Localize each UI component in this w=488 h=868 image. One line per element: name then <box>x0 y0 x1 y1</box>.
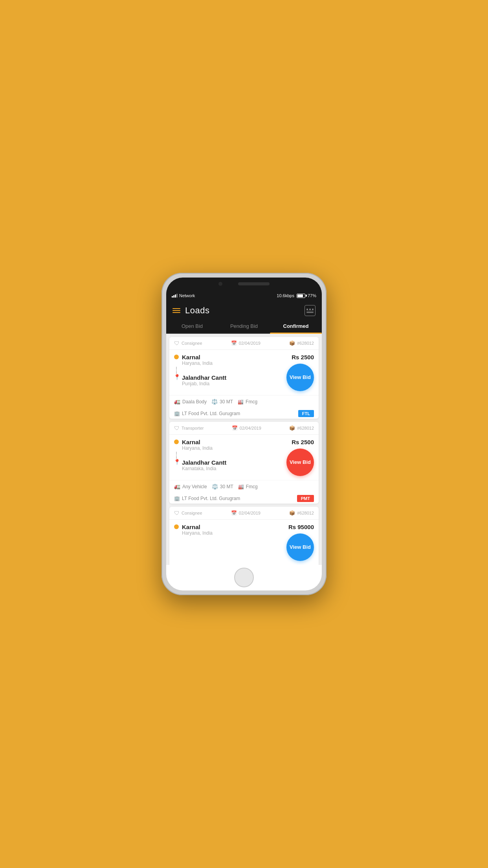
card-2-price-bid: Rs 2500 View Bid <box>286 439 314 476</box>
calendar-button[interactable] <box>305 305 316 316</box>
category-icon: 🏭 <box>238 399 244 405</box>
tab-pending-bid[interactable]: Pending Bid <box>218 319 270 333</box>
category-icon-2: 🏭 <box>238 484 244 489</box>
card-1-footer: 🚛 Daala Body ⚖️ 30 MT 🏭 Fmcg <box>169 395 319 408</box>
app-header: Loads <box>166 301 322 319</box>
vehicle-info-1: 🚛 Daala Body <box>174 399 207 405</box>
origin-info-3: Karnal Haryana, India <box>182 524 213 536</box>
weight-info-2: ⚖️ 30 MT <box>212 484 233 489</box>
view-bid-button-2[interactable]: View Bid <box>286 449 314 476</box>
card-3-header: 🛡 Consignee 📅 02/04/2019 📦 #628012 <box>169 507 319 520</box>
dest-pin-2 <box>174 460 179 465</box>
weight-icon-2: ⚖️ <box>212 484 218 489</box>
calendar-icon-2: 📅 <box>232 425 238 431</box>
content-area: 🛡 Consignee 📅 02/04/2019 📦 #628012 <box>166 334 322 565</box>
status-right: 10.6kbps 77% <box>277 293 316 298</box>
card-2-route: Karnal Haryana, India Jalandhar Cantt <box>174 439 314 476</box>
card-2-header: 🛡 Transporter 📅 02/04/2019 📦 #628012 <box>169 422 319 435</box>
card-2-body: Karnal Haryana, India Jalandhar Cantt <box>169 435 319 480</box>
shield-icon-2: 🛡 <box>174 425 180 431</box>
route-line <box>176 367 177 374</box>
company-icon-2: 🏢 <box>174 496 180 501</box>
load-card-1: 🛡 Consignee 📅 02/04/2019 📦 #628012 <box>169 337 319 419</box>
signal-icon <box>172 294 178 298</box>
vehicle-info-2: 🚛 Any Vehicle <box>174 484 207 489</box>
card-3-route: Karnal Haryana, India Rs 95000 View Bid <box>174 524 314 561</box>
weight-info-1: ⚖️ 30 MT <box>211 399 233 405</box>
tab-open-bid[interactable]: Open Bid <box>166 319 218 333</box>
card-3-order: 📦 #628012 <box>289 510 314 516</box>
hamburger-line-3 <box>172 312 180 313</box>
to-point: Jalandhar Cantt Punjab, India <box>174 374 286 386</box>
card-3-price-bid: Rs 95000 View Bid <box>286 524 314 561</box>
app-title: Loads <box>185 305 209 316</box>
card-1-body: Karnal Haryana, India Jalandhar Cantt <box>169 350 319 395</box>
status-bar: Network 10.6kbps 77% <box>166 290 322 301</box>
card-1-role: 🛡 Consignee <box>174 340 202 346</box>
tab-bar: Open Bid Pending Bid Confirmed <box>166 319 322 334</box>
company-1: 🏢 LT Food Pvt. Ltd. Gurugram <box>174 411 240 416</box>
card-1-route-left: Karnal Haryana, India Jalandhar Cantt <box>174 354 286 387</box>
screen: Network 10.6kbps 77% <box>166 290 322 565</box>
card-2-route-left: Karnal Haryana, India Jalandhar Cantt <box>174 439 286 472</box>
dest-pin <box>174 375 179 380</box>
card-1-header: 🛡 Consignee 📅 02/04/2019 📦 #628012 <box>169 337 319 350</box>
card-2-company-row: 🏢 LT Food Pvt. Ltd. Gurugram PMT <box>169 493 319 504</box>
company-2: 🏢 LT Food Pvt. Ltd. Gurugram <box>174 496 240 501</box>
cal-lines <box>306 311 314 313</box>
box-icon: 📦 <box>289 340 295 346</box>
card-1-order: 📦 #628012 <box>289 340 314 346</box>
weight-icon: ⚖️ <box>211 399 218 405</box>
phone-notch <box>166 278 322 290</box>
speaker <box>238 282 270 285</box>
dest-info-2: Jalandhar Cantt Karnataka, India <box>182 459 226 471</box>
speed-label: 10.6kbps <box>277 293 294 298</box>
truck-icon-2: 🚛 <box>174 484 180 489</box>
home-button[interactable] <box>234 568 254 587</box>
hamburger-line-2 <box>172 310 180 311</box>
card-1-price-bid: Rs 2500 View Bid <box>286 354 314 391</box>
card-2-role: 🛡 Transporter <box>174 425 204 431</box>
header-left: Loads <box>172 305 209 316</box>
origin-dot-3 <box>174 524 179 529</box>
card-3-date: 📅 02/04/2019 <box>231 510 261 516</box>
status-left: Network <box>172 293 195 298</box>
card-1-route: Karnal Haryana, India Jalandhar Cantt <box>174 354 314 391</box>
battery-icon <box>297 294 305 298</box>
battery-fill <box>297 294 303 297</box>
box-icon-2: 📦 <box>289 425 295 431</box>
hamburger-line-1 <box>172 308 180 309</box>
from-point-3: Karnal Haryana, India <box>174 524 286 536</box>
origin-dot-2 <box>174 440 179 444</box>
dest-info: Jalandhar Cantt Punjab, India <box>182 374 226 386</box>
origin-info: Karnal Haryana, India <box>182 354 213 366</box>
shield-icon-3: 🛡 <box>174 510 180 516</box>
badge-2: PMT <box>297 495 314 502</box>
category-info-2: 🏭 Fmcg <box>238 484 258 489</box>
view-bid-button-1[interactable]: View Bid <box>286 364 314 391</box>
card-1-date: 📅 02/04/2019 <box>231 340 261 346</box>
badge-1: FTL <box>298 410 314 417</box>
from-point: Karnal Haryana, India <box>174 354 286 366</box>
hamburger-button[interactable] <box>172 308 180 313</box>
shield-icon: 🛡 <box>174 340 180 346</box>
category-info-1: 🏭 Fmcg <box>238 399 257 405</box>
box-icon-3: 📦 <box>289 510 295 516</box>
tab-confirmed[interactable]: Confirmed <box>270 319 322 333</box>
phone-inner: Network 10.6kbps 77% <box>166 278 322 590</box>
load-card-3: 🛡 Consignee 📅 02/04/2019 📦 #628012 <box>169 507 319 565</box>
view-bid-button-3[interactable]: View Bid <box>286 533 314 561</box>
phone-frame: Network 10.6kbps 77% <box>161 273 327 595</box>
card-3-body: Karnal Haryana, India Rs 95000 View Bid <box>169 520 319 565</box>
card-3-route-left: Karnal Haryana, India <box>174 524 286 537</box>
card-2-footer: 🚛 Any Vehicle ⚖️ 30 MT 🏭 Fmcg <box>169 480 319 493</box>
from-point-2: Karnal Haryana, India <box>174 439 286 451</box>
truck-icon: 🚛 <box>174 399 180 405</box>
load-card-2: 🛡 Transporter 📅 02/04/2019 📦 #628012 <box>169 422 319 504</box>
origin-dot <box>174 355 179 359</box>
company-icon: 🏢 <box>174 411 180 416</box>
calendar-icon: 📅 <box>231 340 237 346</box>
card-3-role: 🛡 Consignee <box>174 510 202 516</box>
card-2-date: 📅 02/04/2019 <box>232 425 261 431</box>
network-label: Network <box>179 293 195 298</box>
